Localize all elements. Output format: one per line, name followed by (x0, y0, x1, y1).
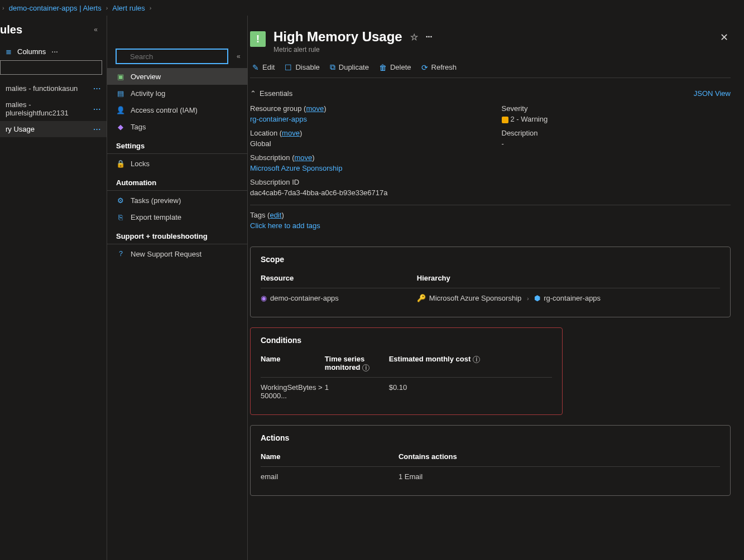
chevron-up-icon: ⌃ (250, 89, 256, 98)
description-label: Description (502, 129, 731, 137)
essentials-grid: Resource group (move) rg-container-apps … (250, 102, 731, 205)
json-view-link[interactable]: JSON View (694, 89, 731, 98)
more-icon[interactable]: ··· (51, 47, 58, 56)
delete-button[interactable]: 🗑 Delete (379, 63, 411, 72)
condition-timeseries: 1 (325, 383, 389, 400)
breadcrumb-alert-rules[interactable]: Alert rules (112, 4, 145, 12)
page-title: High Memory Usage (273, 29, 402, 45)
rule-name: malies - functionkasun (6, 84, 78, 93)
actions-title: Actions (251, 426, 730, 447)
rule-more-icon[interactable]: ··· (93, 84, 101, 93)
rules-filter-input[interactable] (0, 60, 102, 75)
nav-section-automation: Automation (107, 172, 247, 191)
chevron-right-icon: › (150, 4, 152, 11)
nav-search-input[interactable] (116, 49, 228, 64)
severity-badge-icon (502, 117, 508, 123)
lock-icon: 🔒 (116, 159, 125, 168)
breadcrumb: › demo-container-apps | Alerts › Alert r… (0, 0, 744, 16)
disable-icon: ☐ (285, 63, 292, 72)
essentials-label: Essentials (260, 89, 292, 98)
nav-access-control[interactable]: 👤 Access control (IAM) (107, 102, 247, 118)
move-link[interactable]: move (282, 129, 300, 137)
move-link[interactable]: move (306, 104, 324, 113)
condition-cost: $0.10 (389, 383, 552, 400)
nav-label: Access control (IAM) (131, 106, 198, 114)
delete-icon: 🗑 (379, 63, 387, 72)
btn-label: Duplicate (339, 63, 369, 71)
alert-rule-icon: ! (250, 31, 266, 47)
btn-label: Edit (262, 63, 275, 71)
alert-rules-panel: ules « ≣ Columns ··· malies - functionka… (0, 16, 107, 560)
action-row: email 1 Email (261, 467, 720, 486)
info-icon[interactable]: i (362, 364, 369, 371)
nav-export-template[interactable]: ⎘ Export template (107, 209, 247, 225)
rule-item[interactable]: malies - plurelsightfunc2131 ··· (0, 96, 107, 121)
nav-label: Activity log (131, 89, 165, 98)
rule-item[interactable]: malies - functionkasun ··· (0, 80, 107, 96)
rule-name: malies - plurelsightfunc2131 (6, 100, 93, 117)
refresh-button[interactable]: ⟳ Refresh (421, 63, 457, 72)
edit-icon: ✎ (252, 63, 259, 72)
collapse-panel-icon[interactable]: « (90, 22, 101, 37)
breadcrumb-alerts[interactable]: demo-container-apps | Alerts (9, 4, 102, 12)
refresh-icon: ⟳ (421, 63, 428, 72)
nav-label: New Support Request (131, 250, 201, 258)
rules-title: ules (0, 23, 22, 36)
move-link[interactable]: move (294, 153, 312, 162)
more-icon[interactable]: ··· (426, 32, 433, 41)
nav-section-support: Support + troubleshooting (107, 225, 247, 244)
duplicate-button[interactable]: ⧉ Duplicate (330, 62, 369, 72)
essentials-toggle[interactable]: ⌃ Essentials (250, 89, 292, 98)
chevron-right-icon: › (524, 295, 532, 302)
action-name: email (261, 472, 399, 481)
resource-group-icon: ⬢ (534, 294, 540, 302)
nav-label: Locks (131, 160, 150, 168)
nav-locks[interactable]: 🔒 Locks (107, 155, 247, 172)
disable-button[interactable]: ☐ Disable (285, 63, 319, 72)
support-icon: ？ (116, 249, 125, 258)
severity-value: 2 - Warning (502, 115, 731, 123)
content-panel: ! High Memory Usage ☆ ··· Metric alert r… (248, 16, 744, 560)
nav-activity-log[interactable]: ▤ Activity log (107, 85, 247, 102)
actions-col-contains: Contains actions (399, 452, 720, 461)
edit-button[interactable]: ✎ Edit (252, 63, 275, 72)
actions-col-name: Name (261, 452, 399, 461)
scope-card: Scope Resource Hierarchy ◉demo-container… (250, 247, 731, 317)
subscription-link[interactable]: Microsoft Azure Sponsorship (250, 164, 479, 172)
subscription-label: Subscription (move) (250, 153, 479, 162)
nav-tasks[interactable]: ⚙ Tasks (preview) (107, 192, 247, 209)
scope-row: ◉demo-container-apps 🔑Microsoft Azure Sp… (261, 288, 720, 308)
edit-tags-link[interactable]: edit (270, 211, 281, 219)
close-icon[interactable]: ✕ (718, 29, 731, 46)
nav-new-support-request[interactable]: ？ New Support Request (107, 245, 247, 262)
chevron-right-icon: › (106, 4, 108, 11)
nav-overview[interactable]: ▣ Overview (107, 68, 247, 85)
collapse-nav-icon[interactable]: « (233, 49, 244, 64)
nav-label: Tags (131, 123, 146, 131)
nav-label: Overview (131, 73, 161, 81)
rule-more-icon[interactable]: ··· (93, 105, 101, 113)
iam-icon: 👤 (116, 105, 125, 114)
columns-button[interactable]: Columns (17, 47, 46, 56)
nav-label: Export template (131, 213, 181, 221)
conditions-col-timeseries: Time series monitoredi (325, 355, 389, 371)
conditions-col-cost: Estimated monthly costi (389, 355, 552, 371)
resource-group-label: Resource group (move) (250, 104, 479, 113)
location-value: Global (250, 139, 479, 148)
scope-resource[interactable]: ◉demo-container-apps (261, 294, 417, 302)
add-tags-link[interactable]: Click here to add tags (250, 221, 731, 230)
scope-title: Scope (251, 247, 730, 268)
resource-group-link[interactable]: rg-container-apps (250, 115, 479, 123)
page-subtitle: Metric alert rule (273, 46, 710, 54)
info-icon[interactable]: i (473, 356, 480, 363)
favorite-icon[interactable]: ☆ (410, 32, 418, 42)
columns-icon: ≣ (6, 47, 12, 56)
activity-log-icon: ▤ (116, 89, 125, 98)
rule-item[interactable]: ry Usage ··· (0, 121, 107, 137)
condition-row: WorkingSetBytes > 50000... 1 $0.10 (261, 378, 552, 405)
nav-tags[interactable]: ◆ Tags (107, 118, 247, 135)
rule-more-icon[interactable]: ··· (93, 125, 101, 133)
btn-label: Refresh (431, 63, 457, 71)
nav-section-settings: Settings (107, 135, 247, 154)
overview-icon: ▣ (116, 72, 125, 81)
